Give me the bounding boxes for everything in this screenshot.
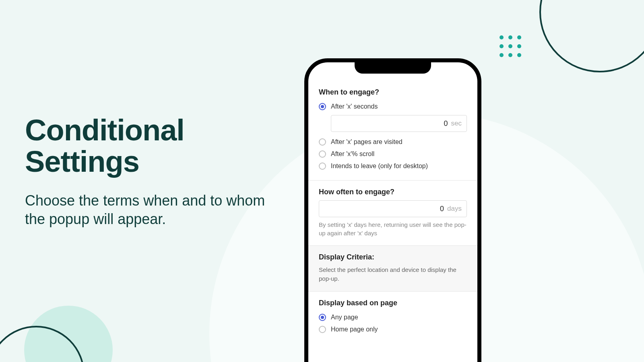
radio-home-page-only[interactable]: Home page only	[319, 323, 467, 335]
radio-label: Intends to leave (only for desktop)	[331, 162, 428, 170]
days-suffix: days	[447, 205, 462, 213]
radio-icon	[319, 314, 326, 321]
days-value: 0	[440, 205, 444, 213]
seconds-input[interactable]: 0 sec	[331, 115, 467, 132]
radio-after-seconds[interactable]: After 'x' seconds	[319, 101, 467, 113]
radio-intends-to-leave[interactable]: Intends to leave (only for desktop)	[319, 160, 467, 172]
phone-mockup: When to engage? After 'x' seconds 0 sec …	[304, 58, 481, 362]
radio-icon	[319, 103, 326, 110]
display-criteria-heading: Display Criteria:	[319, 253, 467, 261]
hero-copy: Conditional Settings Choose the terms wh…	[25, 115, 283, 229]
decorative-arc-top	[539, 0, 644, 72]
how-often-help: By setting 'x' days here, returning user…	[319, 220, 467, 237]
display-criteria-desc: Select the perfect location and device t…	[319, 265, 467, 283]
phone-notch	[355, 62, 431, 74]
seconds-suffix: sec	[451, 119, 462, 128]
radio-label: After 'x'% scroll	[331, 150, 374, 158]
seconds-value: 0	[444, 119, 448, 128]
dot-grid-icon	[500, 35, 521, 57]
how-often-heading: How often to engage?	[319, 188, 467, 196]
radio-icon	[319, 162, 326, 170]
display-page-heading: Display based on page	[319, 299, 467, 307]
radio-icon	[319, 150, 326, 158]
when-heading: When to engage?	[319, 88, 467, 97]
radio-any-page[interactable]: Any page	[319, 311, 467, 323]
radio-after-pages[interactable]: After 'x' pages are visited	[319, 136, 467, 148]
radio-after-scroll[interactable]: After 'x'% scroll	[319, 148, 467, 160]
section-display-criteria: Display Criteria: Select the perfect loc…	[308, 246, 477, 292]
section-display-page: Display based on page Any page Home page…	[308, 292, 477, 343]
page-subtitle: Choose the terms when and to whom the po…	[25, 191, 283, 228]
radio-label: Any page	[331, 314, 358, 321]
radio-label: After 'x' pages are visited	[331, 138, 402, 146]
phone-screen: When to engage? After 'x' seconds 0 sec …	[308, 81, 477, 362]
section-when-to-engage: When to engage? After 'x' seconds 0 sec …	[308, 81, 477, 181]
radio-icon	[319, 138, 326, 146]
days-input[interactable]: 0 days	[319, 200, 467, 217]
radio-icon	[319, 326, 326, 333]
section-how-often: How often to engage? 0 days By setting '…	[308, 181, 477, 246]
radio-label: Home page only	[331, 326, 378, 333]
page-title: Conditional Settings	[25, 115, 283, 177]
radio-label: After 'x' seconds	[331, 103, 378, 110]
